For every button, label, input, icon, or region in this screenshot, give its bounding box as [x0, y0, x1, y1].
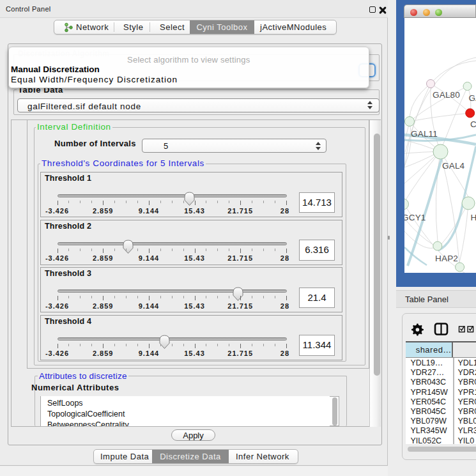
svg-text:H: H — [471, 213, 476, 222]
svg-text:GAL80: GAL80 — [433, 90, 460, 100]
svg-text:GA: GA — [469, 93, 476, 103]
svg-text:HAP2: HAP2 — [435, 254, 458, 263]
svg-text:GAL11: GAL11 — [411, 129, 438, 139]
svg-text:GCY1: GCY1 — [404, 213, 426, 222]
svg-text:GAL4: GAL4 — [442, 161, 465, 171]
svg-text:C: C — [470, 119, 476, 129]
